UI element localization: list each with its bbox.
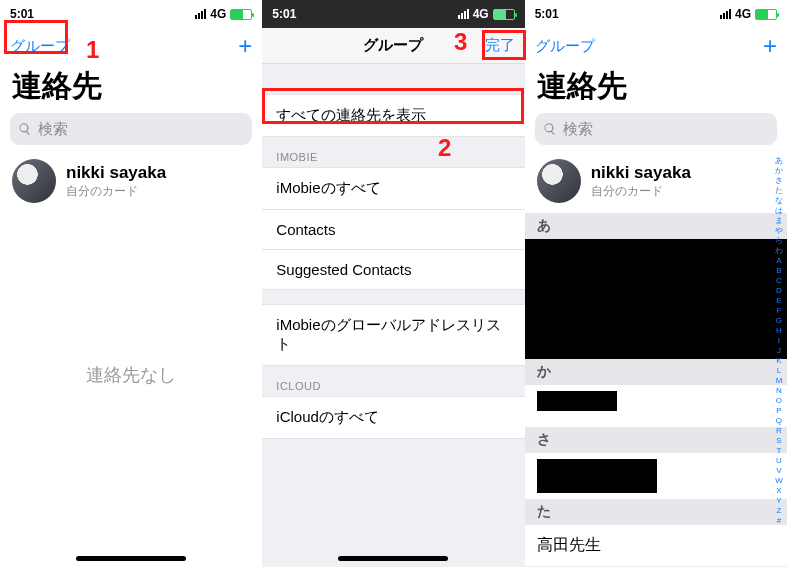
index-letter[interactable]: S [776,436,781,446]
index-letter[interactable]: F [777,306,782,316]
index-letter[interactable]: X [776,486,781,496]
index-letter[interactable]: や [775,226,783,236]
group-item[interactable]: iCloudのすべて [262,396,524,439]
page-title: 連絡先 [525,64,787,113]
show-all-contacts-row[interactable]: すべての連絡先を表示 [262,94,524,137]
index-letter[interactable]: た [775,186,783,196]
search-icon [543,122,557,136]
index-letter[interactable]: Q [776,416,782,426]
group-header-imobie: IMOBIE [262,137,524,167]
index-letter[interactable]: あ [775,156,783,166]
status-network: 4G [210,7,226,21]
index-letter[interactable]: B [776,266,781,276]
index-letter[interactable]: A [776,256,781,266]
nav-title: グループ [363,36,423,55]
index-letter[interactable]: # [777,516,781,526]
add-contact-button[interactable]: + [212,34,252,58]
index-letter[interactable]: E [776,296,781,306]
index-letter[interactable]: N [776,386,782,396]
groups-screen: 5:01 4G グループ 完了 すべての連絡先を表示 IMOBIE iMobie… [262,0,524,567]
group-item[interactable]: Contacts [262,210,524,250]
index-letter[interactable]: な [775,196,783,206]
status-bar: 5:01 4G [525,0,787,28]
index-letter[interactable]: P [776,406,781,416]
me-sub: 自分のカード [66,183,166,200]
battery-icon [755,9,777,20]
index-letter[interactable]: V [776,466,781,476]
index-letter[interactable]: か [775,166,783,176]
me-card[interactable]: nikki sayaka 自分のカード [525,153,787,213]
avatar [537,159,581,203]
status-time: 5:01 [535,7,559,21]
redacted-contacts [525,239,787,359]
index-letter[interactable]: C [776,276,782,286]
avatar [12,159,56,203]
search-placeholder: 検索 [563,120,593,139]
status-network: 4G [473,7,489,21]
nav-bar: グループ + [0,28,262,64]
section-header-ta: た [525,499,787,525]
me-sub: 自分のカード [591,183,691,200]
index-letter[interactable]: ら [775,236,783,246]
home-indicator[interactable] [338,556,448,561]
index-letter[interactable]: R [776,426,782,436]
battery-icon [230,9,252,20]
section-header-sa: さ [525,427,787,453]
group-header-icloud: ICLOUD [262,366,524,396]
group-item[interactable]: Suggested Contacts [262,250,524,290]
index-letter[interactable]: O [776,396,782,406]
groups-button[interactable]: グループ [10,37,70,56]
search-icon [18,122,32,136]
search-input[interactable]: 検索 [535,113,777,145]
status-network: 4G [735,7,751,21]
home-indicator[interactable] [76,556,186,561]
add-contact-button[interactable]: + [737,34,777,58]
search-input[interactable]: 検索 [10,113,252,145]
group-item[interactable]: iMobieのすべて [262,167,524,210]
signal-icon [720,9,731,19]
status-bar: 5:01 4G [0,0,262,28]
section-index[interactable]: あかさたなはまやらわABCDEFGHIJKLMNOPQRSTUVWXYZ# [773,156,785,547]
group-item[interactable]: iMobieのグローバルアドレスリスト [262,304,524,366]
index-letter[interactable]: K [776,356,781,366]
search-placeholder: 検索 [38,120,68,139]
contacts-list-screen: 5:01 4G グループ + 連絡先 検索 nikki sayaka 自分のカー… [525,0,787,567]
contact-row[interactable]: 高田先生 [525,525,787,567]
section-header-a: あ [525,213,787,239]
signal-icon [458,9,469,19]
page-title: 連絡先 [0,64,262,113]
me-name: nikki sayaka [591,163,691,183]
index-letter[interactable]: H [776,326,782,336]
nav-bar: グループ 完了 [262,28,524,64]
signal-icon [195,9,206,19]
status-time: 5:01 [10,7,34,21]
index-letter[interactable]: さ [775,176,783,186]
section-header-ka: か [525,359,787,385]
empty-state: 連絡先なし [0,363,262,387]
done-button[interactable]: 完了 [475,36,515,55]
groups-button[interactable]: グループ [535,37,595,56]
battery-icon [493,9,515,20]
nav-bar: グループ + [525,28,787,64]
index-letter[interactable]: G [776,316,782,326]
index-letter[interactable]: L [777,366,781,376]
index-letter[interactable]: T [777,446,782,456]
index-letter[interactable]: D [776,286,782,296]
index-letter[interactable]: ま [775,216,783,226]
me-card[interactable]: nikki sayaka 自分のカード [0,153,262,213]
index-letter[interactable]: は [775,206,783,216]
contacts-empty-screen: 5:01 4G グループ + 連絡先 検索 nikki sayaka 自分のカー… [0,0,262,567]
index-letter[interactable]: U [776,456,782,466]
index-letter[interactable]: J [777,346,781,356]
me-name: nikki sayaka [66,163,166,183]
index-letter[interactable]: I [778,336,780,346]
index-letter[interactable]: W [775,476,783,486]
redacted-contact [537,459,657,493]
status-bar: 5:01 4G [262,0,524,28]
index-letter[interactable]: Y [776,496,781,506]
status-time: 5:01 [272,7,296,21]
index-letter[interactable]: M [776,376,783,386]
index-letter[interactable]: わ [775,246,783,256]
index-letter[interactable]: Z [777,506,782,516]
redacted-contact [537,391,617,411]
